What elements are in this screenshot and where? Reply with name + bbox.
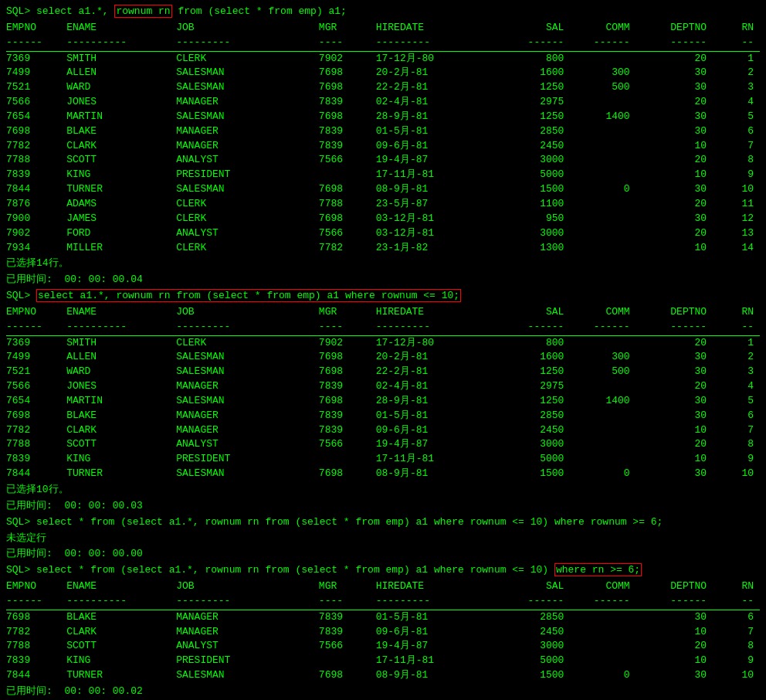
table-row: 7788SCOTTANALYST756619-4月-873000208 xyxy=(6,153,760,168)
table-row: 7499ALLENSALESMAN769820-2月-811600300302 xyxy=(6,66,760,80)
table4-container: EMPNO ENAME JOB MGR HIREDATE SAL COMM DE… xyxy=(6,579,760,683)
col-header-rn: RN xyxy=(716,21,760,36)
col-header-deptno: DEPTNO xyxy=(639,21,716,36)
table1: EMPNO ENAME JOB MGR HIREDATE SAL COMM DE… xyxy=(6,21,760,256)
sql-prompt-2: SQL> xyxy=(6,290,36,301)
highlight-where-rn: where rn >= 6; xyxy=(554,563,642,576)
table-row: 7902FORDANALYST756603-12月-8130002013 xyxy=(6,226,760,241)
table-row: 7839KINGPRESIDENT17-11月-815000109 xyxy=(6,654,760,668)
table-row: 7839KINGPRESIDENT17-11月-815000109 xyxy=(6,168,760,182)
status1: 已选择14行。 xyxy=(6,257,760,271)
table-row: 7499ALLENSALESMAN769820-2月-811600300302 xyxy=(6,350,760,365)
highlight-rownum-rn: rownum rn xyxy=(114,5,171,18)
table-row: 7566JONESMANAGER783902-4月-812975204 xyxy=(6,95,760,110)
table4-header-row: EMPNO ENAME JOB MGR HIREDATE SAL COMM DE… xyxy=(6,579,760,594)
col4-header-mgr: MGR xyxy=(319,579,376,594)
elapsed3: 已用时间: 00: 00: 00.00 xyxy=(6,547,760,562)
col4-header-sal: SAL xyxy=(497,579,573,594)
col2-header-job: JOB xyxy=(176,305,319,320)
col4-header-rn: RN xyxy=(716,579,760,594)
col2-header-rn: RN xyxy=(716,305,760,320)
table-row: 7698BLAKEMANAGER783901-5月-812850306 xyxy=(6,610,760,624)
table-row: 7566JONESMANAGER783902-4月-812975204 xyxy=(6,379,760,394)
table4-divider: ------ ---------- --------- ---- -------… xyxy=(6,594,760,610)
col4-header-comm: COMM xyxy=(573,579,639,594)
table-row: 7521WARDSALESMAN769822-2月-811250500303 xyxy=(6,365,760,379)
table4-body: 7698BLAKEMANAGER783901-5月-8128503067782C… xyxy=(6,610,760,683)
table4: EMPNO ENAME JOB MGR HIREDATE SAL COMM DE… xyxy=(6,579,760,683)
sql-prompt-1: SQL> select a1.*, xyxy=(6,5,114,17)
table1-divider: ------ ---------- --------- ---- -------… xyxy=(6,36,760,51)
col2-header-sal: SAL xyxy=(497,305,573,320)
col2-header-deptno: DEPTNO xyxy=(639,305,716,320)
table-row: 7844TURNERSALESMAN769808-9月-81150003010 xyxy=(6,467,760,481)
table-row: 7844TURNERSALESMAN769808-9月-81150003010 xyxy=(6,668,760,683)
section2: SQL> select a1.*, rownum rn from (select… xyxy=(6,289,760,514)
table-row: 7876ADAMSCLERK778823-5月-8711002011 xyxy=(6,197,760,212)
col-header-hiredate: HIREDATE xyxy=(376,21,497,36)
table-row: 7521WARDSALESMAN769822-2月-811250500303 xyxy=(6,80,760,95)
sql-line-3: SQL> select * from (select a1.*, rownum … xyxy=(6,515,760,530)
elapsed2: 已用时间: 00: 00: 00.03 xyxy=(6,499,760,514)
table-row: 7900JAMESCLERK769803-12月-819503012 xyxy=(6,212,760,226)
section1: SQL> select a1.*, rownum rn from (select… xyxy=(6,5,760,287)
col2-header-comm: COMM xyxy=(573,305,639,320)
table2-header-row: EMPNO ENAME JOB MGR HIREDATE SAL COMM DE… xyxy=(6,305,760,320)
table-row: 7369SMITHCLERK790217-12月-80800201 xyxy=(6,335,760,350)
sql-line-2: SQL> select a1.*, rownum rn from (select… xyxy=(6,289,760,304)
table-row: 7782CLARKMANAGER783909-6月-812450107 xyxy=(6,423,760,438)
table-row: 7788SCOTTANALYST756619-4月-873000208 xyxy=(6,437,760,452)
table-row: 7782CLARKMANAGER783909-6月-812450107 xyxy=(6,625,760,640)
table-row: 7698BLAKEMANAGER783901-5月-812850306 xyxy=(6,124,760,139)
col-header-ename: ENAME xyxy=(66,21,176,36)
col4-header-deptno: DEPTNO xyxy=(639,579,716,594)
table-row: 7839KINGPRESIDENT17-11月-815000109 xyxy=(6,452,760,467)
col2-header-empno: EMPNO xyxy=(6,305,66,320)
table1-header-row: EMPNO ENAME JOB MGR HIREDATE SAL COMM DE… xyxy=(6,21,760,36)
sql-rest-1: from (select * from emp) a1; xyxy=(172,5,347,17)
table-row: 7654MARTINSALESMAN769828-9月-811250140030… xyxy=(6,110,760,124)
table1-body: 7369SMITHCLERK790217-12月-808002017499ALL… xyxy=(6,51,760,255)
sql-prefix-4: SQL> select * from (select a1.*, rownum … xyxy=(6,564,554,576)
table-row: 7654MARTINSALESMAN769828-9月-811250140030… xyxy=(6,394,760,409)
table-row: 7369SMITHCLERK790217-12月-80800201 xyxy=(6,51,760,66)
highlight-query2: select a1.*, rownum rn from (select * fr… xyxy=(36,289,461,302)
col-header-mgr: MGR xyxy=(319,21,376,36)
col2-header-ename: ENAME xyxy=(66,305,176,320)
table-row: 7698BLAKEMANAGER783901-5月-812850306 xyxy=(6,409,760,423)
table-row: 7844TURNERSALESMAN769808-9月-81150003010 xyxy=(6,182,760,197)
status3: 未选定行 xyxy=(6,532,760,546)
col4-header-hiredate: HIREDATE xyxy=(376,579,497,594)
col2-header-mgr: MGR xyxy=(319,305,376,320)
table2-body: 7369SMITHCLERK790217-12月-808002017499ALL… xyxy=(6,335,760,481)
col4-header-job: JOB xyxy=(176,579,319,594)
elapsed1: 已用时间: 00: 00: 00.04 xyxy=(6,273,760,287)
status2: 已选择10行。 xyxy=(6,483,760,498)
table2: EMPNO ENAME JOB MGR HIREDATE SAL COMM DE… xyxy=(6,305,760,481)
sql-line-1: SQL> select a1.*, rownum rn from (select… xyxy=(6,5,760,19)
col-header-sal: SAL xyxy=(497,21,573,36)
table-row: 7788SCOTTANALYST756619-4月-873000208 xyxy=(6,639,760,654)
table2-container: EMPNO ENAME JOB MGR HIREDATE SAL COMM DE… xyxy=(6,305,760,481)
sql-line-4: SQL> select * from (select a1.*, rownum … xyxy=(6,563,760,578)
col2-header-hiredate: HIREDATE xyxy=(376,305,497,320)
table-row: 7782CLARKMANAGER783909-6月-812450107 xyxy=(6,139,760,154)
elapsed4: 已用时间: 00: 00: 00.02 xyxy=(6,685,760,699)
section3: SQL> select * from (select a1.*, rownum … xyxy=(6,515,760,562)
table2-divider: ------ ---------- --------- ---- -------… xyxy=(6,320,760,335)
section4: SQL> select * from (select a1.*, rownum … xyxy=(6,563,760,699)
col4-header-ename: ENAME xyxy=(66,579,176,594)
col-header-comm: COMM xyxy=(573,21,639,36)
col-header-empno: EMPNO xyxy=(6,21,66,36)
col-header-job: JOB xyxy=(176,21,319,36)
table-row: 7934MILLERCLERK778223-1月-8213001014 xyxy=(6,241,760,256)
col4-header-empno: EMPNO xyxy=(6,579,66,594)
table1-container: EMPNO ENAME JOB MGR HIREDATE SAL COMM DE… xyxy=(6,21,760,256)
